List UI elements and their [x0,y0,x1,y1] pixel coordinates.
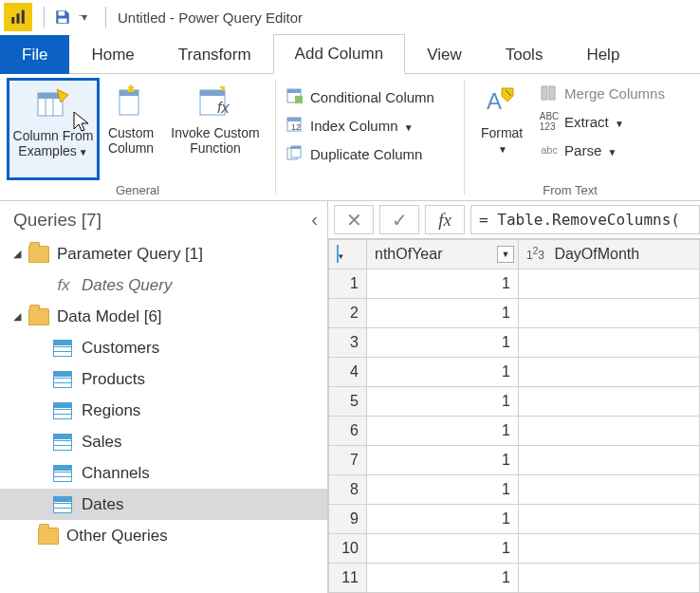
invoke-custom-function-button[interactable]: fx Invoke Custom Function [162,78,268,180]
row-number[interactable]: 6 [329,417,367,446]
table-row[interactable]: 51 [329,387,700,417]
column-header-label: nthOfYear [375,246,442,262]
tree-folder-other-queries[interactable]: Other Queries [0,520,327,551]
column-header-dayofmonth[interactable]: 123 DayOfMonth [519,240,700,269]
table-row[interactable]: 31 [329,328,700,358]
cell[interactable]: 1 [367,534,519,564]
svg-rect-15 [200,90,225,96]
tree-item-dates[interactable]: Dates [0,489,327,520]
tab-add-column[interactable]: Add Column [273,34,406,74]
tree-label: Dates [82,495,123,514]
svg-rect-4 [59,19,67,24]
table-row[interactable]: 41 [329,358,700,387]
save-icon[interactable] [50,5,75,29]
tree-folder-parameter-query[interactable]: ◢ Parameter Query [1] [0,238,327,269]
tab-help[interactable]: Help [564,35,641,74]
cell[interactable] [519,358,700,387]
tab-file[interactable]: File [0,35,69,74]
table-row[interactable]: 71 [329,446,700,475]
table-row[interactable]: 111 [329,564,700,593]
tree-item-regions[interactable]: Regions [0,395,327,426]
column-header-nthofyear[interactable]: nthOfYear ▼ [367,240,519,269]
conditional-column-button[interactable]: Conditional Column [282,85,438,108]
cell[interactable] [519,387,700,417]
extract-button[interactable]: ABC123 Extract ▼ [536,110,669,133]
tree-item-sales[interactable]: Sales [0,426,327,457]
format-label: Format [481,125,523,140]
expand-arrow-icon[interactable]: ◢ [13,248,27,260]
cell[interactable]: 1 [367,417,519,446]
formula-input[interactable]: = Table.RemoveColumns( [470,205,700,234]
formula-cancel-button[interactable]: ✕ [334,205,374,234]
tree-item-dates-query-fx[interactable]: fx Dates Query [0,269,327,301]
cell[interactable] [519,564,700,593]
grid-corner[interactable]: ▾ [329,240,367,269]
merge-columns-label: Merge Columns [564,85,665,102]
row-number[interactable]: 4 [329,358,367,387]
table-row[interactable]: 21 [329,299,700,328]
cell[interactable]: 1 [367,387,519,417]
tree-label: Data Model [6] [57,307,162,326]
cell[interactable] [519,534,700,564]
tree-item-channels[interactable]: Channels [0,457,327,489]
cell[interactable]: 1 [367,358,519,387]
qat-dropdown-icon[interactable]: ▾_ [75,5,100,29]
custom-column-button[interactable]: Custom Column [100,78,162,180]
row-number[interactable]: 11 [329,564,367,593]
row-number[interactable]: 7 [329,446,367,475]
formula-confirm-button[interactable]: ✓ [379,205,419,234]
tree-folder-data-model[interactable]: ◢ Data Model [6] [0,301,327,332]
tab-home[interactable]: Home [69,35,156,74]
duplicate-column-button[interactable]: Duplicate Column [282,142,438,165]
column-filter-icon[interactable]: ▼ [497,246,514,263]
index-column-button[interactable]: 12 Index Column ▼ [282,114,438,137]
row-number[interactable]: 10 [329,534,367,564]
collapse-pane-icon[interactable]: ‹ [311,209,318,231]
folder-icon [28,246,49,263]
fx-icon: fx [53,276,74,295]
table-row[interactable]: 101 [329,534,700,564]
cell[interactable] [519,505,700,534]
cell[interactable]: 1 [367,299,519,328]
row-number[interactable]: 5 [329,387,367,417]
table-row[interactable]: 81 [329,475,700,505]
tree-item-products[interactable]: Products [0,363,327,395]
format-icon: A [482,82,522,121]
cell[interactable] [519,299,700,328]
tab-transform[interactable]: Transform [157,35,273,74]
row-number[interactable]: 1 [329,269,367,299]
extract-icon: ABC123 [540,112,559,131]
cell[interactable]: 1 [367,446,519,475]
tab-tools[interactable]: Tools [484,35,565,74]
expand-arrow-icon[interactable]: ◢ [13,310,27,323]
parse-button[interactable]: abc Parse ▼ [536,139,669,161]
format-button[interactable]: A Format▼ [471,78,532,180]
merge-columns-button[interactable]: Merge Columns [536,82,669,104]
table-row[interactable]: 91 [329,505,700,534]
tree-item-customers[interactable]: Customers [0,332,327,363]
column-type-icon: 123 [526,249,544,262]
row-number[interactable]: 3 [329,328,367,358]
table-row[interactable]: 11 [329,269,700,299]
ribbon: Column From Examples▼ Custom Column fx I… [0,74,700,201]
data-grid[interactable]: ▾ nthOfYear ▼ 123 DayOfMonth 11213141516… [328,239,700,593]
tree-label: Channels [82,464,150,483]
cell[interactable]: 1 [367,475,519,505]
cell[interactable]: 1 [367,564,519,593]
row-number[interactable]: 9 [329,505,367,534]
row-number[interactable]: 8 [329,475,367,505]
formula-fx-button[interactable]: fx [425,205,465,234]
column-from-examples-button[interactable]: Column From Examples▼ [7,78,100,180]
tab-view[interactable]: View [405,35,484,74]
cell[interactable]: 1 [367,328,519,358]
cell[interactable] [519,417,700,446]
index-column-icon: 12 [286,116,304,135]
cell[interactable] [519,269,700,299]
cell[interactable] [519,475,700,505]
cell[interactable]: 1 [367,269,519,299]
cell[interactable] [519,328,700,358]
row-number[interactable]: 2 [329,299,367,328]
table-row[interactable]: 61 [329,417,700,446]
cell[interactable]: 1 [367,505,519,534]
cell[interactable] [519,446,700,475]
